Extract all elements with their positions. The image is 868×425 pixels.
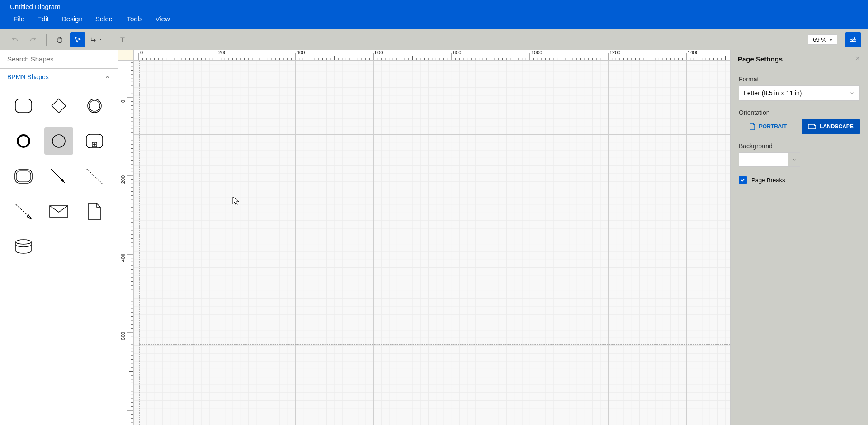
- menu-design[interactable]: Design: [58, 13, 86, 24]
- shape-gateway[interactable]: [44, 92, 73, 119]
- svg-line-15: [87, 169, 102, 184]
- svg-text:1000: 1000: [531, 50, 542, 55]
- toolbar: 69 % ▾: [0, 29, 868, 50]
- close-panel-button[interactable]: [854, 55, 861, 63]
- horizontal-ruler: 0200400600800100012001400: [134, 50, 730, 61]
- document-title[interactable]: Untitled Diagram: [0, 0, 868, 13]
- separator: [109, 34, 109, 46]
- format-section: Format Letter (8.5 in x 11 in): [739, 76, 860, 101]
- shape-data-store[interactable]: [9, 233, 38, 260]
- svg-point-7: [18, 135, 29, 147]
- menu-file[interactable]: File: [10, 13, 28, 24]
- svg-line-16: [16, 204, 28, 216]
- svg-point-2: [854, 41, 856, 42]
- shape-association[interactable]: [80, 163, 109, 190]
- chevron-down-icon: [849, 90, 855, 96]
- chevron-down-icon: [792, 157, 797, 162]
- svg-point-8: [52, 135, 65, 147]
- svg-point-5: [88, 99, 101, 113]
- orientation-landscape-button[interactable]: LANDSCAPE: [802, 119, 860, 134]
- connector-icon: [90, 36, 97, 43]
- shape-sequence-flow[interactable]: [44, 163, 73, 190]
- shape-start-event[interactable]: [44, 128, 73, 155]
- orientation-label: Orientation: [739, 109, 860, 116]
- undo-button[interactable]: [7, 32, 23, 47]
- orientation-section: Orientation PORTRAIT LANDSCAPE: [739, 109, 860, 134]
- chevron-down-icon: ▾: [830, 38, 832, 42]
- orientation-portrait-button[interactable]: PORTRAIT: [739, 119, 797, 134]
- svg-text:0: 0: [120, 100, 126, 103]
- background-label: Background: [739, 142, 860, 150]
- undo-icon: [11, 36, 19, 43]
- pagebreaks-checkbox[interactable]: [739, 176, 747, 184]
- chevron-down-icon: [98, 38, 102, 42]
- page-settings-panel: Page Settings Format Letter (8.5 in x 11…: [731, 50, 868, 425]
- svg-text:600: 600: [120, 332, 126, 340]
- search-shapes-input[interactable]: [0, 50, 118, 69]
- toggle-right-panel-button[interactable]: [845, 32, 861, 47]
- menu-select[interactable]: Select: [92, 13, 118, 24]
- shape-task[interactable]: [9, 92, 38, 119]
- shape-data-object[interactable]: [80, 198, 109, 225]
- text-tool-button[interactable]: [115, 32, 130, 47]
- hand-icon: [56, 36, 64, 44]
- shape-message-flow[interactable]: [9, 198, 38, 225]
- menu-edit[interactable]: Edit: [33, 13, 52, 24]
- svg-text:1200: 1200: [609, 50, 620, 55]
- svg-text:200: 200: [120, 175, 126, 184]
- check-icon: [740, 177, 745, 183]
- separator: [46, 34, 47, 46]
- chevron-up-icon: [104, 74, 111, 80]
- svg-rect-12: [16, 171, 31, 182]
- shapes-sidebar: BPMN Shapes: [0, 50, 118, 425]
- background-section: Background: [739, 142, 860, 167]
- menu-tools[interactable]: Tools: [123, 13, 146, 24]
- connector-tool-button[interactable]: [88, 32, 104, 47]
- format-select[interactable]: Letter (8.5 in x 11 in): [739, 85, 860, 101]
- pagebreaks-label: Page Breaks: [751, 177, 785, 184]
- svg-point-19: [16, 240, 31, 244]
- pan-tool-button[interactable]: [52, 32, 67, 47]
- mouse-cursor-icon: [232, 196, 240, 206]
- svg-text:400: 400: [120, 254, 126, 262]
- panel-body: Format Letter (8.5 in x 11 in) Orientati…: [731, 68, 868, 191]
- sliders-icon: [849, 36, 857, 44]
- ruler-corner: [118, 50, 134, 61]
- svg-text:600: 600: [375, 50, 383, 55]
- panel-title: Page Settings: [738, 55, 783, 63]
- svg-text:200: 200: [218, 50, 226, 55]
- page-break-horizontal: [139, 344, 730, 345]
- background-color-swatch[interactable]: [739, 152, 788, 167]
- svg-text:800: 800: [453, 50, 461, 55]
- page-break-horizontal: [139, 98, 730, 98]
- background-color-dropdown[interactable]: [788, 152, 800, 167]
- select-cursor-icon: [74, 36, 81, 43]
- shape-intermediate-event[interactable]: [80, 92, 109, 119]
- svg-point-6: [89, 100, 100, 111]
- select-tool-button[interactable]: [70, 32, 85, 47]
- redo-icon: [29, 36, 37, 43]
- shape-transaction[interactable]: [9, 163, 38, 190]
- close-icon: [854, 55, 861, 61]
- pagebreaks-row: Page Breaks: [739, 176, 860, 184]
- shape-subprocess[interactable]: [80, 128, 109, 155]
- redo-button[interactable]: [25, 32, 41, 47]
- header: Untitled Diagram File Edit Design Select…: [0, 0, 868, 29]
- zoom-level-value: 69 %: [813, 36, 826, 43]
- landscape-page-icon: [808, 123, 816, 130]
- body: BPMN Shapes 0200400600800100012001400 02…: [0, 50, 868, 425]
- portrait-page-icon: [749, 123, 755, 130]
- canvas[interactable]: [134, 61, 730, 425]
- page-break-vertical: [139, 61, 140, 425]
- shapes-category-toggle[interactable]: BPMN Shapes: [0, 69, 118, 85]
- svg-point-0: [854, 37, 855, 38]
- canvas-area: 0200400600800100012001400 0200400600: [118, 50, 731, 425]
- zoom-level-select[interactable]: 69 % ▾: [808, 34, 837, 45]
- svg-text:1400: 1400: [688, 50, 698, 55]
- svg-rect-3: [15, 99, 32, 113]
- orientation-portrait-label: PORTRAIT: [759, 123, 787, 130]
- menu-view[interactable]: View: [151, 13, 173, 24]
- shape-message[interactable]: [44, 198, 73, 225]
- shape-end-event[interactable]: [9, 128, 38, 155]
- panel-header: Page Settings: [731, 50, 868, 68]
